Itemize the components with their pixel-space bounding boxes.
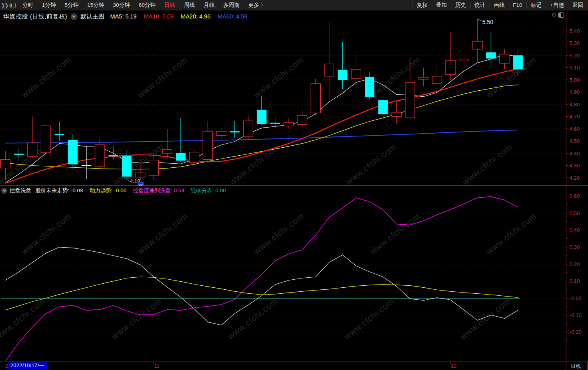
menu-item-3[interactable]: 5分钟: [60, 2, 83, 9]
chevron-down-icon[interactable]: [1, 188, 7, 194]
candle-body-up: [190, 152, 199, 163]
ma-value-MA60: MA60: 4.59: [218, 13, 247, 20]
menu-item-2[interactable]: 1分钟: [38, 2, 61, 9]
candle-body-up: [297, 115, 307, 124]
toolbar-actions: 复权叠加历史统计画线F10标记+自选返回: [412, 0, 587, 10]
indicator-axis-label: -0.10: [570, 312, 582, 318]
price-axis-label: 5.40: [570, 28, 580, 34]
candle-body-up: [149, 160, 159, 175]
window-controls: ❯❯: [0, 2, 18, 8]
menu-item-10[interactable]: 多周期: [219, 2, 244, 9]
candle-body-down: [513, 55, 523, 69]
date-label: 2022/10/17/一: [8, 362, 47, 369]
toolbar-item-4[interactable]: 统计: [470, 2, 489, 9]
indicator-field-4: 强弱分界: 0.00: [191, 187, 226, 194]
candle-body-up: [95, 145, 105, 167]
candle-body-up: [351, 69, 361, 79]
time-axis-bar: 2 2022/10/17/一 1112 日线: [0, 362, 588, 370]
candle-body-up: [432, 76, 442, 83]
candle-body-down: [378, 100, 388, 114]
candle-body-up: [459, 59, 469, 61]
candle-body-down: [68, 140, 78, 164]
menu-item-6[interactable]: 60分钟: [134, 2, 160, 9]
panel-toggle-icon[interactable]: [10, 3, 16, 8]
candle-body-down: [257, 110, 267, 124]
menu-item-11[interactable]: 更多 〉: [244, 2, 270, 9]
menu-item-4[interactable]: 15分钟: [83, 2, 109, 9]
ma-value-MA10: MA10: 5.09: [144, 13, 174, 20]
candle-body-up: [203, 131, 212, 159]
indicator-axis-label: 0.50: [570, 210, 580, 216]
candle-body-up: [162, 150, 172, 153]
candle-body-down: [486, 52, 496, 58]
candle-body-up: [41, 126, 51, 152]
period-badge: 日线: [571, 363, 581, 370]
ma-value-MA20: MA20: 4.96: [181, 13, 210, 20]
candle-body-up: [243, 121, 253, 137]
candle-body-up: [135, 173, 145, 177]
collapse-icon[interactable]: ❯❯: [1, 2, 8, 8]
candle-body-down: [176, 153, 186, 161]
indicator-field-3: 控盘度兼判洗盘: 0.54: [133, 187, 184, 194]
price-axis-label: 5.00: [570, 77, 580, 83]
toolbar-item-6[interactable]: F10: [509, 2, 526, 9]
indicator-values: 股价未来走势: -0.08动力趋势: -0.00控盘度兼判洗盘: 0.54强弱分…: [35, 187, 226, 194]
indicator-axis-label: 0.30: [570, 244, 580, 250]
clipped-year-tick: 2: [5, 363, 8, 369]
layout-icon[interactable]: [558, 12, 564, 18]
ma-value-MA5: MA5: 5.19: [110, 13, 137, 20]
candle-body-up: [419, 77, 428, 79]
main-chart-svg[interactable]: www.cfchi.comwww.cfchi.comwww.cfchi.comw…: [0, 0, 588, 370]
menubar: ❯❯ 分时1分钟5分钟15分钟30分钟60分钟日线周线月线多周期更多 〉 复权叠…: [0, 0, 588, 11]
candle-body-up: [1, 159, 10, 168]
menu-item-9[interactable]: 月线: [199, 2, 219, 9]
indicator-axis-label: -0.00: [570, 295, 582, 301]
toolbar-item-7[interactable]: 标记: [526, 2, 546, 9]
menu-item-1[interactable]: 分时: [18, 2, 38, 9]
price-axis-label: 4.40: [570, 150, 580, 157]
candle-body-up: [28, 143, 37, 157]
candle-body-up: [473, 41, 482, 49]
toolbar-item-2[interactable]: 叠加: [432, 2, 451, 9]
candle-body-down: [338, 70, 348, 80]
toolbar-item-3[interactable]: 历史: [451, 2, 470, 9]
candle-body-up: [500, 54, 509, 63]
indicator-axis-label: 0.40: [570, 227, 580, 233]
price-axis-label: 4.70: [570, 114, 580, 120]
price-axis-label: 4.20: [570, 175, 580, 181]
month-marker-12: 12: [451, 363, 457, 369]
indicator-axis-label: 0.20: [570, 261, 580, 267]
diamond-icon[interactable]: [552, 12, 557, 18]
layout-label[interactable]: 默认主图: [81, 13, 105, 20]
indicator-axis-label: -0.20: [570, 329, 582, 335]
price-axis-label: 5.10: [570, 65, 580, 71]
price-axis-label: 4.80: [570, 102, 580, 108]
menu-item-8[interactable]: 周线: [180, 2, 199, 9]
candle-body-up: [392, 112, 401, 117]
candle-body-up: [284, 122, 293, 126]
ma-values: MA5: 5.19MA10: 5.09MA20: 4.96MA60: 4.59: [110, 13, 248, 20]
period-tabs: 分时1分钟5分钟15分钟30分钟60分钟日线周线月线多周期更多 〉: [18, 2, 271, 9]
menu-item-7[interactable]: 日线: [160, 2, 180, 9]
candle-body-up: [446, 60, 455, 74]
indicator-axis-label: 0.10: [570, 278, 580, 284]
chevron-down-icon[interactable]: [71, 13, 77, 20]
toolbar-item-8[interactable]: +自选: [546, 2, 568, 9]
candle-body-up: [216, 131, 226, 136]
indicator-field-1: 股价未来走势: -0.08: [35, 187, 83, 194]
price-axis-label: 5.20: [570, 53, 580, 59]
menu-item-5[interactable]: 30分钟: [109, 2, 134, 9]
month-marker-11: 11: [154, 363, 160, 369]
price-axis-label: 5.30: [570, 40, 580, 46]
indicator-axis-label: 0.60: [570, 193, 580, 199]
price-axis-label: 4.50: [570, 138, 580, 144]
toolbar-item-1[interactable]: 复权: [412, 2, 432, 9]
app-window: www.cfchi.comwww.cfchi.comwww.cfchi.comw…: [0, 0, 588, 370]
toolbar-item-9[interactable]: 返回: [568, 2, 587, 9]
candle-body-down: [365, 77, 374, 97]
stock-title: 华媒控股 (日线,前复权): [3, 13, 67, 20]
price-axis-label: 4.30: [570, 163, 580, 169]
indicator-name[interactable]: 控盘洗盘: [10, 187, 31, 194]
toolbar-item-5[interactable]: 画线: [489, 2, 509, 9]
pane-corner-icons: [552, 12, 564, 18]
